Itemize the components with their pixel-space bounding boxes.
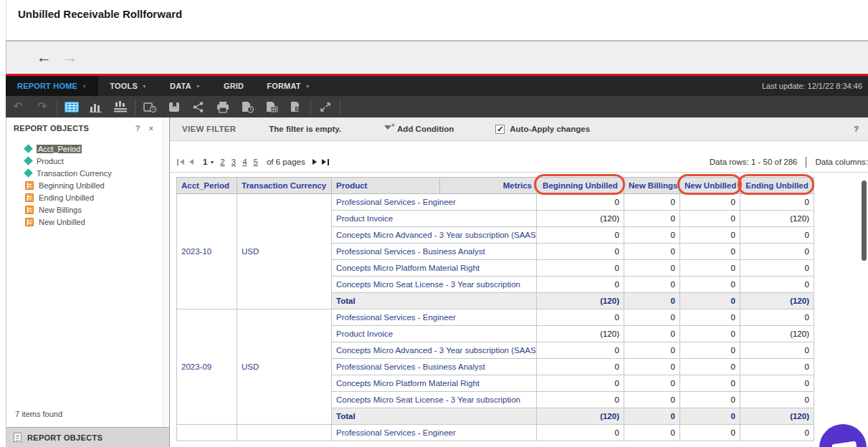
value-cell[interactable]: 0 (680, 342, 740, 359)
forward-arrow-icon[interactable]: → (62, 49, 77, 66)
page-link-4[interactable]: 4 (242, 158, 247, 166)
value-cell[interactable]: 0 (624, 392, 680, 408)
view-filter-help-icon[interactable]: ? (854, 125, 859, 133)
value-cell[interactable]: 0 (740, 277, 814, 293)
sidebar-item-acct-period[interactable]: Acct_Period (25, 143, 169, 155)
page-link-5[interactable]: 5 (254, 158, 258, 166)
undo-icon[interactable]: ↶ (6, 99, 30, 115)
value-cell[interactable]: 0 (537, 277, 624, 293)
page-dropdown-caret-icon[interactable]: ▼ (209, 160, 214, 165)
current-page[interactable]: 1 (203, 158, 207, 166)
column-header-product[interactable]: Product (332, 178, 440, 194)
value-cell[interactable]: 0 (740, 392, 814, 408)
value-cell[interactable]: 0 (680, 260, 740, 277)
product-cell[interactable]: Product Invoice (332, 211, 537, 227)
value-cell[interactable]: 0 (740, 309, 814, 326)
total-value-cell[interactable]: 0 (624, 408, 680, 425)
menu-tools[interactable]: TOOLS ▼ (98, 76, 158, 96)
help-icon[interactable]: ? (135, 124, 140, 133)
value-cell[interactable]: 0 (624, 211, 680, 227)
grid-view-icon[interactable] (59, 99, 84, 115)
product-cell[interactable]: Concepts Micro Platform Material Right (332, 375, 537, 392)
column-header-acct-period[interactable]: Acct_Period (177, 178, 237, 194)
sidebar-item-product[interactable]: Product (25, 155, 169, 167)
menu-grid[interactable]: GRID (212, 76, 255, 96)
vertical-scrollbar-thumb[interactable] (862, 181, 867, 261)
value-cell[interactable]: 0 (624, 227, 680, 244)
column-header-new-unbilled[interactable]: New Unbilled (680, 178, 740, 194)
prev-page-icon[interactable] (189, 159, 194, 165)
value-cell[interactable]: 0 (624, 326, 680, 342)
product-cell[interactable]: Professional Services - Business Analyst (332, 244, 537, 260)
export-excel-icon[interactable] (259, 99, 284, 115)
value-cell[interactable]: 0 (537, 359, 624, 375)
currency-cell[interactable]: USD (237, 194, 332, 309)
value-cell[interactable]: 0 (537, 227, 624, 244)
menu-data[interactable]: DATA ▼ (158, 76, 212, 96)
value-cell[interactable]: 0 (680, 194, 740, 211)
page-link-3[interactable]: 3 (232, 158, 236, 166)
graph-view-icon[interactable] (84, 99, 108, 115)
product-cell[interactable]: Professional Services - Engineer (332, 309, 537, 326)
add-condition-button[interactable]: Add Condition (384, 125, 454, 133)
value-cell[interactable]: 0 (624, 359, 680, 375)
product-cell[interactable]: Professional Services - Engineer (332, 425, 537, 441)
currency-cell[interactable] (237, 425, 332, 441)
value-cell[interactable]: 0 (624, 277, 680, 293)
total-value-cell[interactable]: (120) (740, 408, 814, 425)
value-cell[interactable]: 0 (624, 244, 680, 260)
first-page-icon[interactable] (177, 159, 184, 165)
print-icon[interactable] (211, 99, 235, 115)
value-cell[interactable]: 0 (680, 244, 740, 260)
grid-graph-view-icon[interactable] (108, 99, 133, 115)
value-cell[interactable]: 0 (740, 375, 814, 392)
value-cell[interactable]: 0 (680, 425, 740, 441)
total-value-cell[interactable]: (120) (537, 408, 624, 425)
sidebar-item-ending-unbilled[interactable]: Ending Unbilled (25, 191, 169, 203)
acct-period-cell[interactable] (177, 425, 237, 441)
value-cell[interactable]: 0 (680, 375, 740, 392)
value-cell[interactable]: 0 (680, 326, 740, 342)
redo-icon[interactable]: ↷ (30, 99, 54, 115)
back-arrow-icon[interactable]: ← (37, 49, 52, 66)
product-cell[interactable]: Product Invoice (332, 326, 537, 342)
value-cell[interactable]: 0 (624, 342, 680, 359)
value-cell[interactable]: 0 (624, 309, 680, 326)
value-cell[interactable]: 0 (624, 375, 680, 392)
menu-format[interactable]: FORMAT ▼ (255, 76, 322, 96)
product-cell[interactable]: Professional Services - Engineer (332, 194, 537, 211)
product-cell[interactable]: Concepts Micro Advanced - 3 Year subscri… (332, 227, 537, 244)
bookmark-icon[interactable] (162, 99, 186, 115)
value-cell[interactable]: 0 (537, 309, 624, 326)
page-link-2[interactable]: 2 (220, 158, 224, 166)
value-cell[interactable]: 0 (740, 342, 814, 359)
value-cell[interactable]: 0 (624, 194, 680, 211)
total-value-cell[interactable]: 0 (680, 293, 740, 309)
close-icon[interactable]: × (149, 124, 153, 133)
sidebar-item-beginning-unbilled[interactable]: Beginning Unbilled (25, 179, 169, 191)
value-cell[interactable]: 0 (537, 375, 624, 392)
value-cell[interactable]: 0 (740, 359, 814, 375)
value-cell[interactable]: 0 (680, 227, 740, 244)
sidebar-item-new-unbilled[interactable]: New Unbilled (25, 216, 169, 228)
share-icon[interactable] (186, 99, 211, 115)
value-cell[interactable]: 0 (680, 359, 740, 375)
product-cell[interactable]: Concepts Micro Advanced - 3 Year subscri… (332, 342, 537, 359)
value-cell[interactable]: 0 (537, 244, 624, 260)
product-cell[interactable]: Professional Services - Business Analyst (332, 359, 537, 375)
column-header-transaction-currency[interactable]: Transaction Currency (237, 178, 332, 194)
column-header-new-billings[interactable]: New Billings (624, 178, 680, 194)
value-cell[interactable]: 0 (537, 392, 624, 408)
fullscreen-icon[interactable] (313, 99, 338, 115)
sidebar-item-transaction-currency[interactable]: Transaction Currency (25, 167, 169, 179)
last-page-icon[interactable] (322, 159, 329, 165)
total-label-cell[interactable]: Total (332, 408, 537, 425)
schedule-delivery-icon[interactable] (235, 99, 259, 115)
sidebar-scrollbar[interactable] (163, 117, 169, 427)
report-objects-bottom-bar[interactable]: REPORT OBJECTS (6, 427, 169, 447)
total-value-cell[interactable]: (120) (537, 293, 624, 309)
value-cell[interactable]: 0 (680, 392, 740, 408)
column-header-ending-unbilled[interactable]: Ending Unbilled (740, 178, 814, 194)
value-cell[interactable]: (120) (537, 326, 624, 342)
value-cell[interactable]: 0 (537, 425, 624, 441)
